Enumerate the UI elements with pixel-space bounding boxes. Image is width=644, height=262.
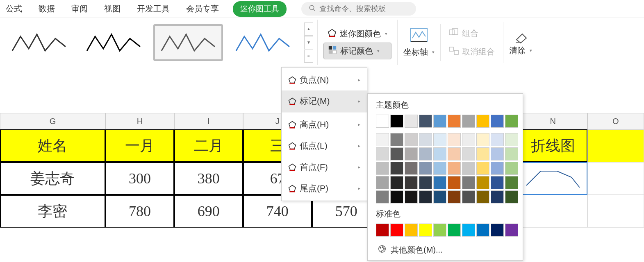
color-swatch[interactable] [390,147,403,160]
color-swatch[interactable] [505,147,518,160]
column-header[interactable]: N [519,113,587,129]
header-cell[interactable]: 二月 [174,129,243,162]
color-swatch[interactable] [405,133,418,146]
menu-review[interactable]: 审阅 [69,2,90,16]
color-swatch[interactable] [376,190,389,203]
color-swatch[interactable] [390,176,403,189]
sparkline-tools-tab[interactable]: 迷你图工具 [233,1,287,17]
color-swatch[interactable] [390,162,403,175]
more-colors-button[interactable]: 其他颜色(M)... [376,240,521,257]
color-swatch[interactable] [405,176,418,189]
gallery-down-button[interactable]: ▼ [304,36,313,49]
gallery-more-button[interactable]: ≡ [304,50,313,63]
data-cell[interactable]: 780 [105,195,174,228]
color-swatch[interactable] [376,224,389,237]
header-cell[interactable]: 折线图 [519,129,587,162]
color-swatch[interactable] [376,115,389,128]
data-cell[interactable] [587,195,644,228]
color-swatch[interactable] [419,190,432,203]
menu-view[interactable]: 视图 [102,2,123,16]
color-swatch[interactable] [419,176,432,189]
color-swatch[interactable] [462,190,475,203]
color-swatch[interactable] [462,224,475,237]
data-cell[interactable]: 690 [174,195,243,228]
color-swatch[interactable] [433,133,446,146]
color-swatch[interactable] [405,147,418,160]
color-swatch[interactable] [462,162,475,175]
data-cell[interactable] [519,162,587,195]
color-swatch[interactable] [476,224,489,237]
ungroup-button[interactable]: 取消组合 [445,44,499,60]
menu-negative-point[interactable]: 负点(N) ▸ [282,69,367,90]
color-swatch[interactable] [505,162,518,175]
color-swatch[interactable] [433,224,446,237]
color-swatch[interactable] [433,162,446,175]
color-swatch[interactable] [376,162,389,175]
data-cell[interactable]: 380 [174,162,243,195]
color-swatch[interactable] [419,224,432,237]
menu-member[interactable]: 会员专享 [184,2,221,16]
color-swatch[interactable] [491,162,504,175]
color-swatch[interactable] [491,190,504,203]
menu-last-point[interactable]: 尾点(P) ▸ [282,178,367,199]
color-swatch[interactable] [448,224,461,237]
color-swatch[interactable] [405,115,418,128]
color-swatch[interactable] [462,133,475,146]
clear-button[interactable]: 清除 ▾ [509,45,532,56]
data-cell[interactable] [587,162,644,195]
color-swatch[interactable] [448,176,461,189]
column-header[interactable]: O [587,113,644,129]
color-swatch[interactable] [462,176,475,189]
search-box[interactable] [301,2,416,16]
color-swatch[interactable] [448,162,461,175]
color-swatch[interactable] [390,224,403,237]
column-header[interactable]: H [105,113,174,129]
color-swatch[interactable] [433,115,446,128]
menu-high-point[interactable]: 高点(H) ▸ [282,114,367,135]
spark-style-1[interactable] [4,24,74,61]
menu-formula[interactable]: 公式 [3,2,25,16]
color-swatch[interactable] [433,147,446,160]
color-swatch[interactable] [462,115,475,128]
search-input[interactable] [319,5,409,13]
menu-low-point[interactable]: 低点(L) ▸ [282,135,367,156]
color-swatch[interactable] [419,147,432,160]
color-swatch[interactable] [448,190,461,203]
spark-style-4[interactable] [228,24,298,61]
color-swatch[interactable] [433,176,446,189]
color-swatch[interactable] [448,133,461,146]
column-header[interactable]: I [174,113,243,129]
color-swatch[interactable] [419,115,432,128]
color-swatch[interactable] [448,115,461,128]
header-cell[interactable]: 姓名 [0,129,105,162]
data-cell[interactable]: 300 [105,162,174,195]
axis-button[interactable]: 坐标轴 ▾ [403,47,435,58]
color-swatch[interactable] [476,115,489,128]
column-header[interactable]: G [0,113,105,129]
data-cell[interactable]: 姜志奇 [0,162,105,195]
color-swatch[interactable] [505,224,518,237]
color-swatch[interactable] [462,147,475,160]
color-swatch[interactable] [505,190,518,203]
menu-devtools[interactable]: 开发工具 [134,2,172,16]
color-swatch[interactable] [491,147,504,160]
color-swatch[interactable] [405,190,418,203]
color-swatch[interactable] [505,133,518,146]
color-swatch[interactable] [390,133,403,146]
gallery-up-button[interactable]: ▲ [304,23,313,36]
marker-color-button[interactable]: 标记颜色 ▾ [323,43,391,59]
color-swatch[interactable] [505,176,518,189]
color-swatch[interactable] [448,147,461,160]
group-button[interactable]: 组合 [445,25,499,41]
color-swatch[interactable] [476,147,489,160]
sparkline-color-button[interactable]: 迷你图颜色 ▾ [323,26,391,42]
header-cell[interactable] [587,129,644,162]
color-swatch[interactable] [505,115,518,128]
data-cell[interactable] [519,195,587,228]
color-swatch[interactable] [491,115,504,128]
menu-first-point[interactable]: 首点(F) ▸ [282,156,367,178]
color-swatch[interactable] [390,115,403,128]
color-swatch[interactable] [476,133,489,146]
color-swatch[interactable] [376,133,389,146]
color-swatch[interactable] [405,224,418,237]
